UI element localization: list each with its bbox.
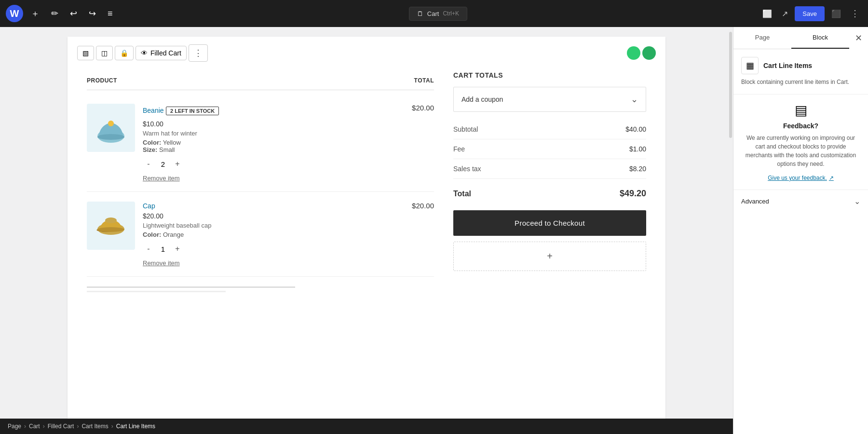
- checkout-button[interactable]: Proceed to Checkout: [453, 210, 646, 236]
- right-panel: Page Block ✕ ▦ Cart Line Items Block con…: [733, 27, 868, 434]
- view-toggle-button[interactable]: ⬜: [760, 6, 775, 21]
- cart-label: Cart: [427, 10, 439, 17]
- feedback-section: ▤ Feedback? We are currently working on …: [733, 95, 868, 190]
- tax-label: Sales tax: [453, 165, 481, 173]
- breadcrumb-cart[interactable]: Cart: [29, 423, 40, 430]
- breadcrumb-filled-cart[interactable]: Filled Cart: [48, 423, 74, 430]
- block-tab[interactable]: Block: [791, 27, 849, 49]
- breadcrumb-cart-line-items[interactable]: Cart Line Items: [116, 423, 155, 430]
- advanced-label: Advanced: [741, 198, 769, 205]
- beanie-line-total: $20.00: [412, 104, 434, 112]
- beanie-size-value: Small: [159, 146, 175, 153]
- wp-logo-icon[interactable]: W: [6, 5, 23, 22]
- undo-button[interactable]: ↩: [66, 5, 81, 22]
- breadcrumb-page[interactable]: Page: [8, 423, 21, 430]
- cart-items-section: PRODUCT TOTAL: [87, 71, 434, 302]
- edit-tool-button[interactable]: ✏: [47, 5, 62, 22]
- block-toolbar: ▧ ◫ 🔒 👁 Filled Cart ⋮: [68, 37, 665, 62]
- total-value: $49.20: [620, 189, 646, 199]
- beanie-description: Warm hat for winter: [143, 130, 404, 137]
- external-link-icon: ↗: [829, 175, 834, 181]
- main-layout: ▧ ◫ 🔒 👁 Filled Cart ⋮: [0, 27, 868, 434]
- breadcrumb-sep-4: ›: [111, 423, 113, 430]
- avatar-green: [627, 46, 640, 60]
- eye-icon: 👁: [141, 49, 148, 57]
- toolbar-right: ⬜ ↗ Save ⬛ ⋮: [760, 5, 862, 22]
- block-more-button[interactable]: ⋮: [189, 44, 208, 62]
- product-column-header: PRODUCT: [87, 77, 117, 84]
- cap-svg: [94, 209, 128, 243]
- avatar-row: [627, 46, 656, 60]
- advanced-section: Advanced ⌄: [733, 190, 868, 213]
- cap-qty-increase[interactable]: +: [172, 243, 183, 255]
- breadcrumb-sep-1: ›: [24, 423, 26, 430]
- feedback-link-text: Give us your feedback.: [768, 175, 827, 181]
- cap-item-details: Cap $20.00 Lightweight baseball cap Colo…: [143, 202, 404, 267]
- size-label: Size:: [143, 146, 157, 153]
- beanie-qty-increase[interactable]: +: [172, 158, 183, 170]
- total-column-header: TOTAL: [414, 77, 434, 84]
- block-view-split-button[interactable]: ◫: [96, 46, 113, 60]
- cart-line-icon: ▦: [746, 60, 754, 71]
- advanced-row[interactable]: Advanced ⌄: [741, 197, 860, 206]
- save-button[interactable]: Save: [795, 6, 825, 21]
- breadcrumb-cart-items[interactable]: Cart Items: [81, 423, 108, 430]
- lock-icon: 🔒: [120, 49, 128, 57]
- cap-image: [87, 202, 135, 250]
- panel-close-button[interactable]: ✕: [849, 29, 868, 47]
- coupon-row[interactable]: Add a coupon ⌄: [453, 87, 646, 112]
- beanie-name-link[interactable]: Beanie: [143, 107, 164, 114]
- subtotal-value: $40.00: [625, 125, 646, 133]
- tax-row: Sales tax $8.20: [453, 159, 646, 179]
- beanie-size: Size: Small: [143, 146, 404, 153]
- add-cart-block-button[interactable]: +: [453, 242, 646, 271]
- beanie-qty-decrease[interactable]: -: [143, 158, 154, 170]
- cart-area: PRODUCT TOTAL: [68, 62, 665, 312]
- more-options-button[interactable]: ⋮: [848, 5, 862, 22]
- toolbar-center: 🗒 Cart Ctrl+K: [121, 7, 756, 21]
- cart-indicator[interactable]: 🗒 Cart Ctrl+K: [409, 7, 467, 21]
- feedback-link[interactable]: Give us your feedback. ↗: [768, 175, 834, 181]
- tax-value: $8.20: [629, 165, 646, 173]
- beanie-stock-badge: 2 LEFT IN STOCK: [166, 107, 219, 115]
- beanie-price: $10.00: [143, 120, 404, 128]
- cap-color-value: Orange: [163, 231, 184, 238]
- redo-button[interactable]: ↪: [85, 5, 100, 22]
- cap-qty-value: 1: [158, 245, 168, 253]
- external-link-button[interactable]: ↗: [779, 6, 791, 21]
- editor-content: ▧ ◫ 🔒 👁 Filled Cart ⋮: [68, 37, 665, 422]
- feedback-description: We are currently working on improving ou…: [741, 134, 860, 168]
- svg-point-5: [97, 227, 124, 232]
- beanie-remove-link[interactable]: Remove item: [143, 175, 404, 182]
- fee-label: Fee: [453, 145, 465, 153]
- cart-table-header: PRODUCT TOTAL: [87, 71, 434, 90]
- list-view-button[interactable]: ≡: [104, 6, 117, 22]
- cap-price: $20.00: [143, 212, 404, 220]
- settings-button[interactable]: ⬛: [828, 6, 844, 21]
- cart-item: Cap $20.00 Lightweight baseball cap Colo…: [87, 192, 434, 277]
- block-view-lock-button[interactable]: 🔒: [115, 46, 134, 60]
- subtotal-label: Subtotal: [453, 125, 478, 133]
- cap-color: Color: Orange: [143, 231, 404, 238]
- sidebar-left-icon: ▧: [82, 49, 89, 57]
- cart-totals-section: CART TOTALS Add a coupon ⌄ Subtotal $40.…: [453, 71, 646, 302]
- breadcrumb-sep-3: ›: [77, 423, 79, 430]
- cap-name-link[interactable]: Cap: [143, 202, 155, 210]
- block-view-sidebar-button[interactable]: ▧: [77, 46, 94, 60]
- toolbar: W ＋ ✏ ↩ ↪ ≡ 🗒 Cart Ctrl+K ⬜ ↗ Save ⬛ ⋮: [0, 0, 868, 27]
- cap-description: Lightweight baseball cap: [143, 222, 404, 229]
- total-label: Total: [453, 190, 471, 198]
- beanie-item-details: Beanie 2 LEFT IN STOCK $10.00 Warm hat f…: [143, 104, 404, 182]
- block-description: Block containing current line items in C…: [741, 78, 860, 86]
- block-icon: ▦: [741, 57, 759, 74]
- cart-icon: 🗒: [417, 10, 423, 17]
- panel-tabs-wrapper: Page Block ✕: [733, 27, 868, 49]
- add-block-button[interactable]: ＋: [27, 5, 43, 22]
- editor-area: ▧ ◫ 🔒 👁 Filled Cart ⋮: [0, 27, 733, 434]
- page-tab[interactable]: Page: [733, 27, 791, 49]
- cap-qty-decrease[interactable]: -: [143, 243, 154, 255]
- cap-remove-link[interactable]: Remove item: [143, 259, 404, 267]
- editor-scrollbar[interactable]: [729, 32, 732, 138]
- block-title: Cart Line Items: [763, 62, 812, 69]
- panel-tabs: Page Block: [733, 27, 849, 49]
